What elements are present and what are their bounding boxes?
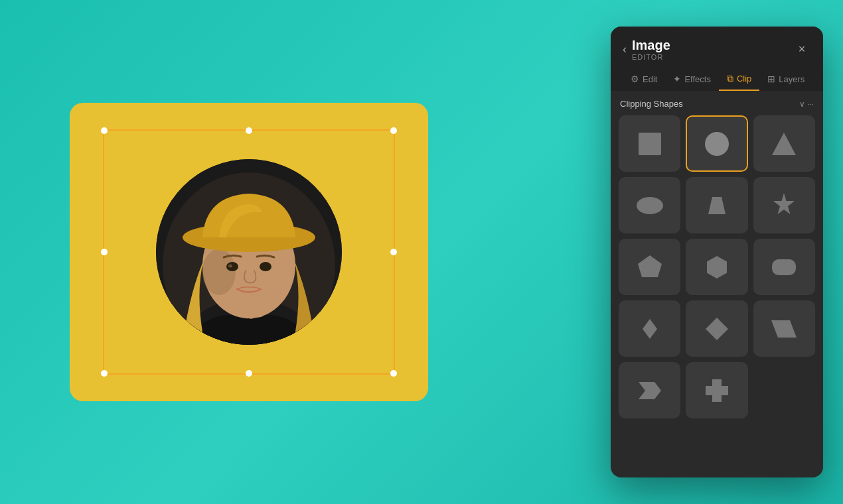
svg-marker-21	[771, 320, 797, 338]
svg-point-7	[226, 262, 238, 271]
section-title: Clipping Shapes	[620, 99, 683, 109]
handle-bottom-center[interactable]	[246, 370, 252, 377]
shape-star[interactable]	[753, 177, 815, 233]
tab-effects-label: Effects	[684, 74, 711, 84]
clipped-image[interactable]	[156, 159, 342, 345]
handle-top-center[interactable]	[246, 127, 252, 134]
handle-top-left[interactable]	[101, 127, 108, 134]
shape-trapezoid[interactable]	[686, 177, 747, 233]
image-inner	[156, 159, 342, 345]
tab-edit[interactable]: ⚙ Edit	[623, 68, 665, 91]
oval-icon	[633, 189, 666, 222]
cross-icon	[700, 374, 733, 407]
handle-bottom-right[interactable]	[390, 370, 397, 377]
handle-middle-right[interactable]	[390, 249, 397, 255]
portrait-svg	[156, 159, 342, 345]
shape-pentagon[interactable]	[619, 239, 680, 295]
svg-rect-18	[772, 259, 796, 275]
square-icon	[633, 127, 666, 160]
tab-layers[interactable]: ⊞ Layers	[759, 68, 812, 91]
shape-diamond[interactable]	[686, 300, 747, 357]
image-editor-panel: ‹ Image EDITOR × ⚙ Edit ✦ Effects ⧉ Clip	[611, 27, 823, 477]
triangle-icon	[767, 127, 801, 160]
tab-effects[interactable]: ✦ Effects	[665, 68, 719, 91]
star-icon	[767, 189, 801, 222]
chevron-icon	[633, 374, 666, 407]
pentagon-icon	[633, 251, 666, 284]
svg-marker-17	[707, 256, 727, 279]
section-arrow-icon: ∨ ···	[799, 99, 814, 109]
panel-subtitle: EDITOR	[632, 53, 670, 61]
svg-point-8	[260, 262, 271, 271]
clip-icon: ⧉	[727, 73, 733, 84]
panel-tabs: ⚙ Edit ✦ Effects ⧉ Clip ⊞ Layers	[623, 68, 811, 91]
shape-hexagon[interactable]	[686, 239, 747, 295]
rounded-rect-icon	[767, 251, 801, 284]
panel-header: ‹ Image EDITOR × ⚙ Edit ✦ Effects ⧉ Clip	[611, 27, 823, 91]
panel-title-text: Image EDITOR	[632, 37, 670, 61]
panel-title-row: ‹ Image EDITOR ×	[623, 37, 811, 61]
svg-rect-10	[639, 133, 661, 155]
svg-marker-12	[772, 133, 796, 155]
shape-chevron[interactable]	[619, 362, 680, 418]
effects-icon: ✦	[673, 74, 681, 84]
diamond-small-icon	[633, 312, 666, 346]
tab-clip-label: Clip	[737, 74, 751, 84]
shape-cross[interactable]	[686, 362, 747, 418]
tab-layers-label: Layers	[779, 74, 805, 84]
tab-edit-label: Edit	[643, 74, 657, 84]
trapezoid-icon	[700, 189, 733, 222]
canvas-area	[0, 0, 498, 504]
svg-marker-14	[708, 197, 726, 214]
handle-top-right[interactable]	[390, 127, 397, 134]
hexagon-icon	[700, 251, 733, 284]
panel-title: Image	[632, 37, 670, 53]
shape-square[interactable]	[619, 115, 680, 172]
tab-clip[interactable]: ⧉ Clip	[719, 68, 759, 91]
circle-icon	[700, 127, 733, 160]
panel-title-left: ‹ Image EDITOR	[623, 37, 670, 61]
section-header: Clipping Shapes ∨ ···	[619, 99, 815, 109]
svg-point-13	[637, 197, 663, 214]
svg-marker-19	[643, 319, 657, 339]
close-button[interactable]: ×	[793, 40, 811, 58]
back-button[interactable]: ‹	[623, 43, 627, 55]
diamond-icon	[700, 312, 733, 346]
shape-diamond-small[interactable]	[619, 300, 680, 357]
svg-point-11	[705, 132, 729, 156]
shape-rounded-rect[interactable]	[753, 239, 815, 295]
handle-middle-left[interactable]	[101, 249, 108, 255]
svg-marker-16	[638, 255, 662, 277]
image-container	[70, 103, 428, 401]
shape-circle[interactable]	[686, 115, 747, 172]
edit-icon: ⚙	[631, 74, 639, 84]
svg-marker-20	[706, 318, 728, 340]
svg-marker-22	[639, 382, 661, 399]
svg-point-9	[228, 265, 232, 268]
shape-oval[interactable]	[619, 177, 680, 233]
svg-marker-15	[773, 193, 795, 214]
yellow-card	[70, 103, 428, 401]
parallelogram-icon	[767, 312, 801, 346]
shape-parallelogram[interactable]	[753, 300, 815, 357]
handle-bottom-left[interactable]	[101, 370, 108, 377]
layers-icon: ⊞	[767, 74, 775, 84]
shapes-grid	[619, 115, 815, 418]
shape-triangle[interactable]	[753, 115, 815, 172]
panel-body: Clipping Shapes ∨ ···	[611, 91, 823, 477]
